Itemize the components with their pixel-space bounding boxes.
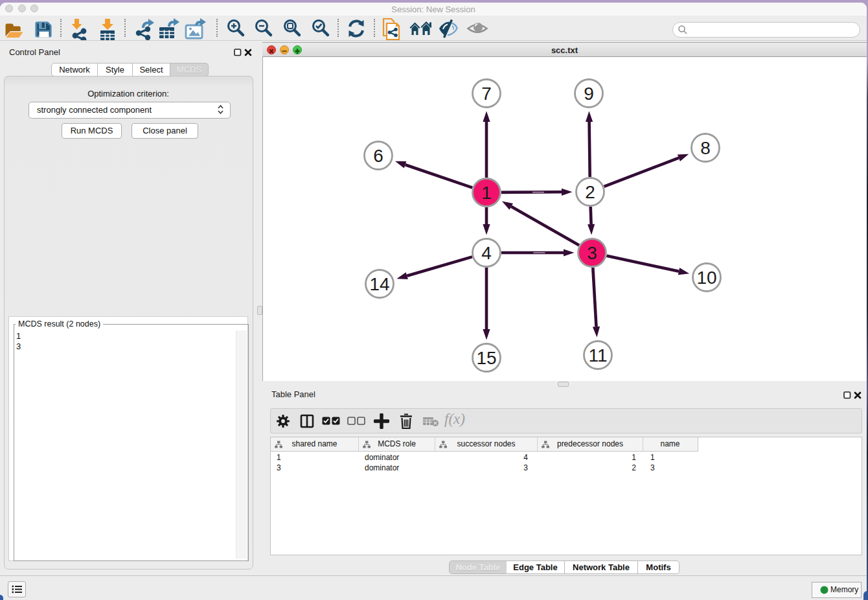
svg-text:6: 6 — [373, 146, 383, 166]
svg-text:15: 15 — [476, 348, 496, 368]
svg-text:9: 9 — [584, 84, 594, 104]
svg-text:11: 11 — [588, 345, 607, 365]
svg-text:14: 14 — [369, 274, 389, 294]
svg-text:3: 3 — [587, 243, 597, 263]
svg-text:8: 8 — [700, 138, 711, 158]
svg-text:1: 1 — [481, 183, 492, 203]
svg-text:10: 10 — [696, 268, 716, 288]
svg-text:4: 4 — [481, 243, 492, 263]
svg-text:7: 7 — [481, 84, 492, 104]
svg-text:2: 2 — [585, 182, 595, 202]
